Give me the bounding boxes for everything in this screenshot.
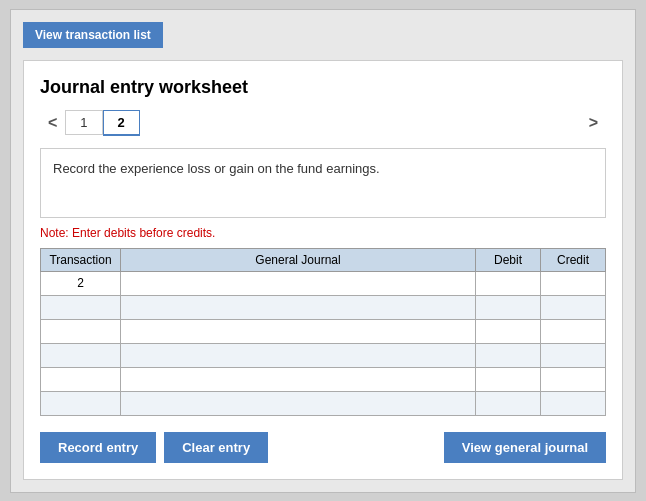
view-transaction-button[interactable]: View transaction list <box>23 22 163 48</box>
worksheet-title: Journal entry worksheet <box>40 77 606 98</box>
next-arrow-button[interactable]: > <box>581 112 606 134</box>
credit-input-3[interactable] <box>541 320 605 343</box>
tab-2[interactable]: 2 <box>103 110 140 136</box>
transaction-cell-3 <box>41 319 121 343</box>
tab-1[interactable]: 1 <box>65 110 102 135</box>
credit-input-1[interactable] <box>541 272 605 295</box>
general-journal-cell-6[interactable] <box>121 391 476 415</box>
general-journal-cell-2[interactable] <box>121 295 476 319</box>
view-general-journal-button[interactable]: View general journal <box>444 432 606 463</box>
credit-cell-2[interactable] <box>541 295 606 319</box>
header-general-journal: General Journal <box>121 248 476 271</box>
header-debit: Debit <box>476 248 541 271</box>
table-row <box>41 319 606 343</box>
general-journal-input-6[interactable] <box>121 392 475 415</box>
journal-table: Transaction General Journal Debit Credit… <box>40 248 606 416</box>
table-row: 2 <box>41 271 606 295</box>
general-journal-cell-1[interactable] <box>121 271 476 295</box>
table-row <box>41 367 606 391</box>
general-journal-input-3[interactable] <box>121 320 475 343</box>
clear-entry-button[interactable]: Clear entry <box>164 432 268 463</box>
general-journal-cell-5[interactable] <box>121 367 476 391</box>
debit-cell-3[interactable] <box>476 319 541 343</box>
debit-cell-1[interactable] <box>476 271 541 295</box>
button-row: Record entry Clear entry View general jo… <box>40 432 606 463</box>
general-journal-input-4[interactable] <box>121 344 475 367</box>
credit-cell-4[interactable] <box>541 343 606 367</box>
debit-input-1[interactable] <box>476 272 540 295</box>
transaction-cell-4 <box>41 343 121 367</box>
record-entry-button[interactable]: Record entry <box>40 432 156 463</box>
credit-input-2[interactable] <box>541 296 605 319</box>
header-transaction: Transaction <box>41 248 121 271</box>
credit-input-6[interactable] <box>541 392 605 415</box>
prev-arrow-button[interactable]: < <box>40 112 65 134</box>
transaction-cell-6 <box>41 391 121 415</box>
outer-container: View transaction list Journal entry work… <box>10 9 636 493</box>
general-journal-cell-3[interactable] <box>121 319 476 343</box>
general-journal-input-5[interactable] <box>121 368 475 391</box>
debit-input-2[interactable] <box>476 296 540 319</box>
debit-cell-4[interactable] <box>476 343 541 367</box>
debit-cell-2[interactable] <box>476 295 541 319</box>
credit-input-5[interactable] <box>541 368 605 391</box>
debit-input-3[interactable] <box>476 320 540 343</box>
table-row <box>41 295 606 319</box>
credit-cell-1[interactable] <box>541 271 606 295</box>
transaction-cell-1: 2 <box>41 271 121 295</box>
credit-cell-5[interactable] <box>541 367 606 391</box>
debit-input-5[interactable] <box>476 368 540 391</box>
debit-input-6[interactable] <box>476 392 540 415</box>
table-row <box>41 391 606 415</box>
note-text: Note: Enter debits before credits. <box>40 226 606 240</box>
credit-input-4[interactable] <box>541 344 605 367</box>
inner-panel: Journal entry worksheet < 1 2 > Record t… <box>23 60 623 480</box>
debit-cell-5[interactable] <box>476 367 541 391</box>
tab-navigation: < 1 2 > <box>40 110 606 136</box>
transaction-cell-5 <box>41 367 121 391</box>
general-journal-input-2[interactable] <box>121 296 475 319</box>
general-journal-input-1[interactable] <box>121 272 475 295</box>
instruction-box: Record the experience loss or gain on th… <box>40 148 606 218</box>
credit-cell-6[interactable] <box>541 391 606 415</box>
transaction-cell-2 <box>41 295 121 319</box>
instruction-text: Record the experience loss or gain on th… <box>53 161 380 176</box>
header-credit: Credit <box>541 248 606 271</box>
table-row <box>41 343 606 367</box>
debit-cell-6[interactable] <box>476 391 541 415</box>
debit-input-4[interactable] <box>476 344 540 367</box>
general-journal-cell-4[interactable] <box>121 343 476 367</box>
credit-cell-3[interactable] <box>541 319 606 343</box>
